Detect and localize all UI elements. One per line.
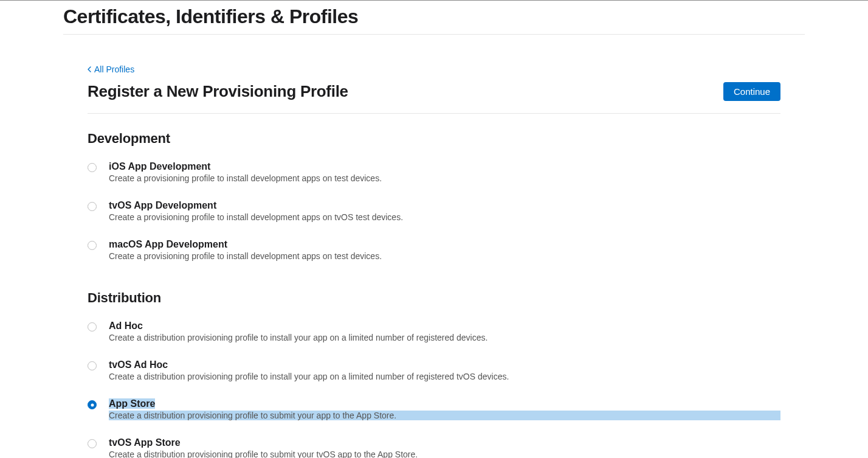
option-text: macOS App DevelopmentCreate a provisioni…	[109, 239, 780, 261]
option-row[interactable]: Ad HocCreate a distribution provisioning…	[88, 321, 780, 342]
page-title: Certificates, Identifiers & Profiles	[63, 5, 805, 28]
radio-input[interactable]	[88, 241, 97, 250]
option-title: tvOS App Development	[109, 200, 216, 210]
option-row[interactable]: App StoreCreate a distribution provision…	[88, 398, 780, 420]
back-link-all-profiles[interactable]: All Profiles	[88, 64, 134, 74]
option-title: tvOS App Store	[109, 437, 181, 448]
radio-input[interactable]	[88, 439, 97, 448]
option-text: Ad HocCreate a distribution provisioning…	[109, 321, 780, 342]
section-heading: Distribution	[88, 290, 780, 306]
option-text: App StoreCreate a distribution provision…	[109, 398, 780, 420]
option-desc: Create a distribution provisioning profi…	[109, 372, 780, 381]
subtitle: Register a New Provisioning Profile	[88, 82, 348, 101]
option-row[interactable]: iOS App DevelopmentCreate a provisioning…	[88, 161, 780, 183]
option-row[interactable]: tvOS Ad HocCreate a distribution provisi…	[88, 359, 780, 381]
breadcrumb-label: All Profiles	[94, 64, 134, 74]
radio-input[interactable]	[88, 202, 97, 211]
breadcrumb: All Profiles	[88, 64, 780, 75]
option-desc: Create a provisioning profile to install…	[109, 212, 780, 222]
option-row[interactable]: tvOS App DevelopmentCreate a provisionin…	[88, 200, 780, 222]
option-row[interactable]: macOS App DevelopmentCreate a provisioni…	[88, 239, 780, 261]
radio-input[interactable]	[88, 361, 97, 370]
option-desc: Create a distribution provisioning profi…	[109, 411, 780, 420]
option-desc: Create a provisioning profile to install…	[109, 173, 780, 183]
continue-button[interactable]: Continue	[723, 82, 780, 101]
option-title: Ad Hoc	[109, 321, 143, 331]
radio-input[interactable]	[88, 322, 97, 331]
option-title: App Store	[109, 398, 155, 409]
option-text: tvOS Ad HocCreate a distribution provisi…	[109, 359, 780, 381]
option-text: tvOS App DevelopmentCreate a provisionin…	[109, 200, 780, 222]
option-row[interactable]: tvOS App StoreCreate a distribution prov…	[88, 437, 780, 458]
option-desc: Create a provisioning profile to install…	[109, 251, 780, 261]
option-text: tvOS App StoreCreate a distribution prov…	[109, 437, 780, 458]
radio-input[interactable]	[88, 400, 97, 409]
option-desc: Create a distribution provisioning profi…	[109, 449, 780, 458]
option-title: tvOS Ad Hoc	[109, 359, 168, 370]
option-title: macOS App Development	[109, 239, 227, 249]
option-title: iOS App Development	[109, 161, 210, 172]
chevron-left-icon	[88, 66, 91, 72]
section-heading: Development	[88, 131, 780, 147]
option-text: iOS App DevelopmentCreate a provisioning…	[109, 161, 780, 183]
radio-input[interactable]	[88, 163, 97, 172]
option-desc: Create a distribution provisioning profi…	[109, 333, 780, 342]
